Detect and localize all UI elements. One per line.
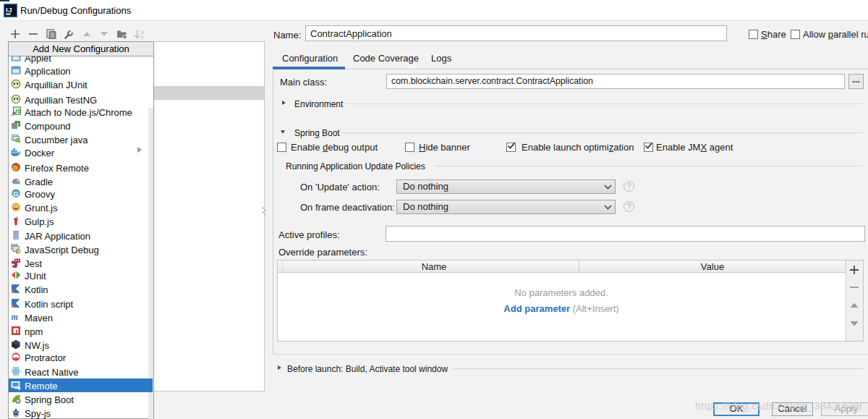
svg-text:G: G — [13, 190, 18, 198]
svg-text:m: m — [12, 312, 18, 322]
svg-text:IJ: IJ — [6, 6, 12, 14]
svg-text:z: z — [141, 34, 144, 39]
